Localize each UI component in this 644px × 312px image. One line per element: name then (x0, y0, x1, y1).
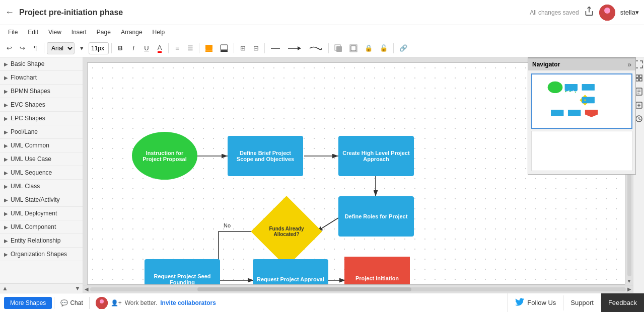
chat-button[interactable]: 💬 Chat (54, 297, 89, 309)
svg-rect-39 (569, 90, 573, 92)
toolbar-separator-4 (199, 43, 199, 53)
sidebar-item-uml-common[interactable]: ▶ UML Common (0, 139, 83, 152)
shape-label: Define Brief Project Scope and Objective… (231, 150, 300, 162)
sidebar-item-label: EPC Shapes (11, 115, 45, 122)
menu-page[interactable]: Page (93, 28, 115, 37)
expand-arrow: ▶ (4, 238, 8, 244)
sidebar-item-uml-class[interactable]: ▶ UML Class (0, 180, 83, 193)
shape-high-level[interactable]: Create High Level Project Approach (338, 136, 414, 176)
align-center-button[interactable]: ☰ (184, 43, 196, 53)
bold-button[interactable]: B (114, 43, 126, 53)
align-left-button[interactable]: ≡ (171, 43, 183, 53)
nav-empty-area (531, 131, 632, 171)
sidebar-item-bpmn[interactable]: ▶ BPMN Shapes (0, 85, 83, 98)
sidebar-item-uml-sequence[interactable]: ▶ UML Sequence (0, 166, 83, 180)
expand-arrow: ▶ (4, 252, 8, 257)
font-color-button[interactable]: A (154, 42, 166, 54)
shape-define-brief[interactable]: Define Brief Project Scope and Objective… (228, 136, 303, 176)
expand-arrow: ▶ (4, 102, 8, 108)
redo-button[interactable]: ↪ (16, 43, 28, 53)
sidebar-item-pool[interactable]: ▶ Pool/Lane (0, 125, 83, 139)
shape-label: Instruction for Project Proposal (136, 150, 193, 162)
back-button[interactable]: ← (5, 7, 14, 18)
shape-project-approval[interactable]: Request Project Approval (253, 259, 328, 285)
menu-edit[interactable]: Edit (24, 28, 42, 37)
h-scrollbar[interactable]: ◀ ▶ (83, 285, 633, 293)
format-paint-button[interactable]: ¶ (29, 43, 41, 53)
shape-label: Project Initiation (355, 275, 399, 281)
sidebar-item-evc[interactable]: ▶ EVC Shapes (0, 98, 83, 112)
sidebar-item-uml-deployment[interactable]: ▶ UML Deployment (0, 207, 83, 220)
expand-arrow: ▶ (4, 170, 8, 176)
scroll-right-arrow[interactable]: ▶ (626, 286, 633, 292)
menu-arrange[interactable]: Arrange (117, 28, 147, 37)
waypoint-button[interactable] (306, 43, 326, 53)
menu-view[interactable]: View (44, 28, 65, 37)
line-style-button[interactable] (267, 43, 283, 53)
svg-rect-26 (565, 84, 578, 91)
scroll-down-arrow[interactable]: ▼ (627, 277, 632, 285)
svg-marker-9 (298, 46, 301, 50)
shape-project-initiation[interactable]: Project Initiation (344, 257, 410, 285)
resize-button[interactable] (346, 43, 361, 54)
toolbar-separator-2 (111, 43, 112, 53)
more-shapes-button[interactable]: More Shapes (4, 297, 52, 309)
sidebar-scroll-down[interactable]: ▼ (75, 285, 81, 292)
feedback-button[interactable]: Feedback (601, 293, 644, 313)
font-size-input[interactable] (89, 42, 109, 54)
line-color-button[interactable] (217, 43, 231, 54)
shape-funds-diamond[interactable]: Funds Already Allocated? (251, 196, 322, 267)
shape-define-roles[interactable]: Define Roles for Project (338, 196, 414, 237)
invite-link[interactable]: Invite collaborators (160, 299, 216, 306)
follow-us-button[interactable]: Follow Us (508, 295, 563, 310)
italic-button[interactable]: I (127, 43, 139, 53)
invite-avatar (96, 297, 108, 309)
shadow-button[interactable] (331, 43, 345, 54)
lock-button[interactable]: 🔒 (362, 43, 376, 53)
unlock-button[interactable]: 🔓 (377, 43, 391, 53)
sidebar-item-basic-shape[interactable]: ▶ Basic Shape (0, 57, 83, 71)
sidebar-item-flowchart[interactable]: ▶ Flowchart (0, 71, 83, 85)
toolbar-separator-8 (393, 43, 394, 53)
sidebar-item-uml-component[interactable]: ▶ UML Component (0, 220, 83, 234)
expand-arrow: ▶ (4, 197, 8, 203)
sidebar-item-epc[interactable]: ▶ EPC Shapes (0, 112, 83, 125)
font-dropdown-button[interactable]: ▾ (76, 43, 88, 53)
sidebar-item-entity-relationship[interactable]: ▶ Entity Relationship (0, 234, 83, 248)
distribute-button[interactable]: ⊟ (250, 43, 262, 53)
avatar[interactable] (599, 5, 615, 21)
toolbar-separator-5 (234, 43, 234, 53)
underline-button[interactable]: U (140, 43, 153, 53)
undo-button[interactable]: ↩ (3, 43, 15, 53)
sidebar-item-uml-usecase[interactable]: ▶ UML Use Case (0, 152, 83, 166)
svg-rect-11 (336, 46, 342, 52)
sidebar-list: ▶ Basic Shape ▶ Flowchart ▶ BPMN Shapes … (0, 57, 83, 283)
sidebar-scroll-up[interactable]: ▲ (2, 285, 8, 292)
navigator-title: Navigator (532, 61, 560, 68)
menu-file[interactable]: File (4, 28, 22, 37)
h-scrollbar-track[interactable] (90, 287, 626, 291)
canvas-area[interactable]: No Yes Instruction for Project Proposal (83, 57, 644, 293)
shape-seed-founding[interactable]: Request Project Seed Founding (145, 259, 220, 285)
share-icon[interactable] (584, 6, 594, 19)
fill-color-button[interactable] (202, 43, 216, 54)
align-shapes-button[interactable]: ⊞ (237, 43, 249, 53)
scroll-left-arrow[interactable]: ◀ (83, 286, 90, 292)
menu-insert[interactable]: Insert (67, 28, 91, 37)
navigator-panel: Navigator » (528, 57, 636, 175)
user-name[interactable]: stella▾ (620, 9, 639, 16)
shape-instruction[interactable]: Instruction for Project Proposal (132, 132, 197, 180)
sidebar-item-uml-state[interactable]: ▶ UML State/Activity (0, 193, 83, 207)
sidebar-item-label: UML Sequence (11, 169, 52, 176)
menu-help[interactable]: Help (149, 28, 169, 37)
navigator-collapse-button[interactable]: » (627, 60, 631, 68)
font-family-select[interactable]: Arial (47, 42, 75, 54)
arrow-style-button[interactable] (284, 43, 305, 53)
expand-arrow: ▶ (4, 75, 8, 81)
svg-rect-13 (351, 46, 356, 51)
svg-rect-4 (205, 50, 212, 52)
sidebar-item-org-shapes[interactable]: ▶ Organization Shapes (0, 248, 83, 261)
link-button[interactable]: 🔗 (396, 43, 410, 53)
h-scrollbar-thumb[interactable] (197, 287, 412, 291)
support-button[interactable]: Support (563, 299, 601, 306)
